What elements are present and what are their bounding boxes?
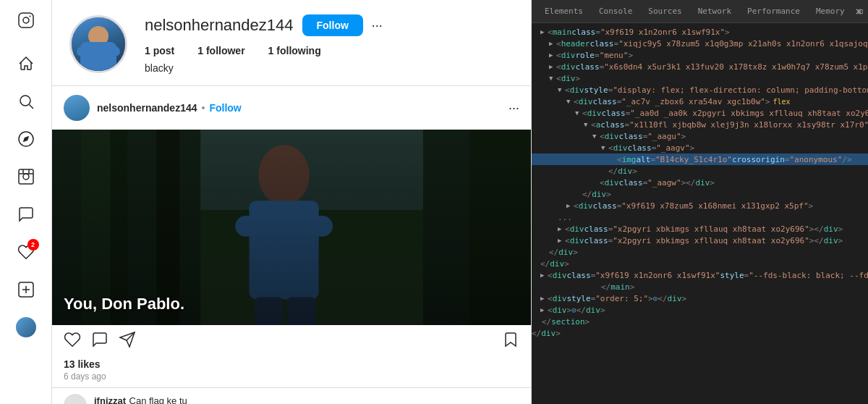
followers-stat: 1 follower bbox=[197, 45, 244, 56]
tree-line[interactable]: <div class="x6s0dn4 x5ur3k1 x13fuv20 x17… bbox=[532, 61, 868, 72]
post-avatar bbox=[64, 95, 90, 121]
notifications-badge: 2 bbox=[27, 239, 39, 251]
post-likes: 13 likes bbox=[52, 358, 531, 370]
commenter-avatar bbox=[64, 394, 87, 404]
profile-stats: 1 post 1 follower 1 following bbox=[145, 45, 514, 56]
post-header-info: nelsonhernandez144 • Follow bbox=[97, 102, 501, 114]
sidebar-profile-icon[interactable] bbox=[9, 310, 43, 345]
tree-line[interactable]: </div> bbox=[532, 165, 868, 177]
commenter-username[interactable]: ifnizzat bbox=[94, 395, 126, 404]
post-header: nelsonhernandez144 • Follow ··· bbox=[52, 86, 531, 130]
post-actions bbox=[52, 325, 531, 358]
sidebar-messages-icon[interactable] bbox=[9, 197, 43, 232]
comment-button[interactable] bbox=[91, 331, 109, 353]
tree-line[interactable]: <div style="order: 5;"> ⊙ </div> bbox=[532, 293, 868, 304]
post-caption-overlay: You, Don Pablo. bbox=[64, 295, 184, 313]
tree-line[interactable]: <a class="x1l10fl xjbqb8w xlej9j3n x18lo… bbox=[532, 119, 868, 130]
sidebar-create-icon[interactable] bbox=[9, 272, 43, 307]
devtools-tab-network[interactable]: Network bbox=[691, 4, 739, 19]
devtools-content[interactable]: <main class="x9f619 x1n2onr6 x1swf91x" >… bbox=[532, 23, 868, 404]
tree-line[interactable]: <div class="_ac7v _zbox6 xra54av xgc1b0w… bbox=[532, 96, 868, 107]
svg-point-8 bbox=[23, 174, 29, 180]
svg-line-4 bbox=[29, 105, 33, 109]
main-content: nelsonhernandez144 Follow ··· 1 post 1 f… bbox=[52, 0, 531, 404]
following-stat: 1 following bbox=[268, 45, 321, 56]
post-time: 6 days ago bbox=[52, 371, 531, 382]
post-follow-link[interactable]: Follow bbox=[209, 102, 241, 114]
tree-line[interactable]: </div> bbox=[532, 246, 868, 258]
profile-username-row: nelsonhernandez144 Follow ··· bbox=[145, 14, 514, 36]
tree-line[interactable]: </div> bbox=[532, 327, 868, 339]
tree-line[interactable]: </main> bbox=[532, 281, 868, 293]
tree-line[interactable]: </section> bbox=[532, 316, 868, 327]
share-button[interactable] bbox=[119, 331, 136, 353]
svg-rect-7 bbox=[19, 169, 33, 184]
devtools-tab-console[interactable]: Console bbox=[592, 4, 639, 19]
comment-item: ifnizzat Can flag ke tu 18h 1 like Reply… bbox=[64, 388, 519, 404]
sidebar: 2 bbox=[0, 0, 52, 404]
tree-line-highlighted[interactable]: <img alt="B14cky_S1c4r1o" crossorigin="a… bbox=[532, 153, 868, 165]
bookmark-button[interactable] bbox=[502, 331, 519, 353]
tree-line[interactable]: <div class="_aa0d _aa0k x2pgyri xbkimgs … bbox=[532, 107, 868, 119]
sidebar-home-icon[interactable] bbox=[9, 46, 43, 81]
post-image: You, Don Pablo. bbox=[52, 130, 531, 325]
sidebar-notifications-icon[interactable]: 2 bbox=[9, 235, 43, 269]
tree-line[interactable]: <div class="x2pgyri xbkimgs xfllauq xh8t… bbox=[532, 223, 868, 235]
tree-line[interactable]: </div> bbox=[532, 188, 868, 200]
instagram-panel: 2 bbox=[0, 0, 532, 404]
tree-line[interactable]: <div class="_aagu"> bbox=[532, 130, 868, 142]
tree-line[interactable]: <div class="_aagv"> bbox=[532, 142, 868, 153]
comment-text: Can flag ke tu bbox=[129, 395, 187, 404]
svg-marker-6 bbox=[22, 136, 28, 142]
tree-line[interactable]: </div> bbox=[532, 258, 868, 269]
svg-point-3 bbox=[20, 96, 30, 106]
tree-line[interactable]: <div > bbox=[532, 72, 868, 84]
devtools-toolbar: Elements Console Sources Network Perform… bbox=[532, 0, 868, 23]
profile-header: nelsonhernandez144 Follow ··· 1 post 1 f… bbox=[52, 0, 531, 86]
comment-content: ifnizzat Can flag ke tu 18h 1 like Reply… bbox=[94, 394, 519, 404]
follow-button[interactable]: Follow bbox=[302, 14, 363, 36]
sidebar-search-icon[interactable] bbox=[9, 84, 43, 119]
instagram-logo[interactable] bbox=[17, 12, 35, 32]
tree-line[interactable]: <main class="x9f619 x1n2onr6 x1swf91x" > bbox=[532, 26, 868, 38]
profile-username: nelsonhernandez144 bbox=[145, 16, 294, 35]
sidebar-explore-icon[interactable] bbox=[9, 122, 43, 156]
profile-bio: blacky bbox=[145, 62, 514, 74]
profile-info: nelsonhernandez144 Follow ··· 1 post 1 f… bbox=[145, 14, 514, 74]
more-options-button[interactable]: ··· bbox=[372, 18, 383, 33]
post-container: nelsonhernandez144 • Follow ··· bbox=[52, 86, 531, 404]
profile-avatar bbox=[69, 15, 127, 73]
post-more-options[interactable]: ··· bbox=[509, 101, 519, 116]
tree-line[interactable]: ... bbox=[532, 211, 868, 223]
like-button[interactable] bbox=[64, 331, 81, 353]
tree-line[interactable]: <div class="x9f619 x1n2onr6 x1swf91x" st… bbox=[532, 269, 868, 281]
comment-section: ifnizzat Can flag ke tu 18h 1 like Reply… bbox=[52, 387, 531, 404]
devtools-panel: × Elements Console Sources Network Perfo… bbox=[532, 0, 868, 404]
tree-line[interactable]: <div role="menu" > bbox=[532, 49, 868, 61]
devtools-tab-performance[interactable]: Performance bbox=[740, 4, 807, 19]
devtools-tab-elements[interactable]: Elements bbox=[537, 4, 590, 19]
svg-rect-0 bbox=[19, 13, 33, 28]
tree-line[interactable]: <div style="display: flex; flex-directio… bbox=[532, 84, 868, 96]
tree-line[interactable]: <div class="x2pgyri xbkimgs xfllauq xh8t… bbox=[532, 235, 868, 246]
svg-point-1 bbox=[23, 17, 29, 23]
tree-line[interactable]: <header class="xiqjc9y5 x78zum5 x1q0g3mp… bbox=[532, 38, 868, 49]
devtools-tab-memory[interactable]: Memory bbox=[809, 4, 852, 19]
posts-stat: 1 post bbox=[145, 45, 174, 56]
sidebar-reels-icon[interactable] bbox=[9, 159, 43, 194]
devtools-close-button[interactable]: × bbox=[855, 4, 862, 18]
post-username[interactable]: nelsonhernandez144 bbox=[97, 102, 197, 114]
tree-line[interactable]: <div > ⊙ </div> bbox=[532, 304, 868, 316]
tree-line[interactable]: <div class="_aagw"></div> bbox=[532, 177, 868, 188]
devtools-tab-sources[interactable]: Sources bbox=[641, 4, 689, 19]
tree-line[interactable]: <div class="x9f619 x78zum5 x168nmei x131… bbox=[532, 200, 868, 211]
svg-point-2 bbox=[29, 16, 30, 17]
